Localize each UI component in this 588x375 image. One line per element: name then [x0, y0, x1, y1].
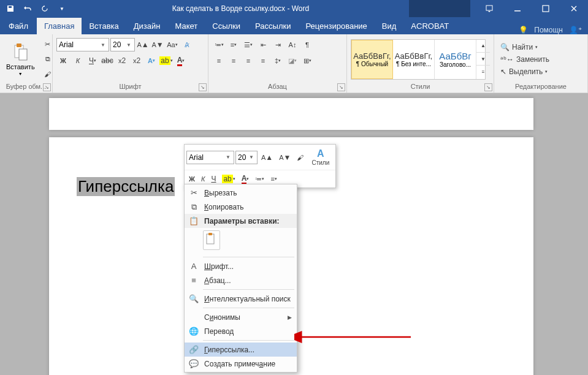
subscript-button[interactable]: x2	[115, 54, 129, 67]
undo-button[interactable]	[20, 1, 36, 16]
tab-insert[interactable]: Вставка	[82, 18, 126, 34]
strikethrough-button[interactable]: abc	[101, 54, 114, 67]
align-right-button[interactable]: ≡	[242, 54, 255, 67]
separator	[203, 257, 294, 257]
tell-me-input[interactable]: Помощн	[534, 26, 563, 34]
replace-icon: ᵃᵇ↔	[500, 55, 514, 64]
save-button[interactable]	[2, 1, 18, 16]
minimize-button[interactable]	[503, 0, 532, 17]
tab-design[interactable]: Дизайн	[126, 18, 168, 34]
style-scroll-down[interactable]: ▼	[476, 53, 490, 66]
ctx-paragraph[interactable]: ≡Абзац...	[185, 273, 297, 287]
maximize-button[interactable]	[532, 0, 560, 17]
grow-font-button[interactable]: A▲	[136, 38, 150, 51]
font-color-button[interactable]: A▾	[174, 54, 188, 67]
clipboard-dialog-launcher[interactable]: ↘	[43, 83, 51, 91]
svg-rect-0	[486, 6, 492, 10]
separator	[203, 308, 294, 308]
ctx-synonyms[interactable]: Синонимы▶	[185, 310, 297, 324]
mt-font-combo[interactable]: Arial▼	[186, 151, 234, 164]
replace-button[interactable]: ᵃᵇ↔Заменить	[498, 54, 552, 65]
mt-shrink-font[interactable]: A▼	[277, 151, 293, 164]
page-previous-bottom[interactable]	[49, 98, 533, 130]
ctx-new-comment[interactable]: 💬Создать примечание	[185, 357, 297, 371]
paste-button[interactable]: Вставить ▼	[4, 41, 37, 77]
style-no-spacing[interactable]: АаБбВвГг, ¶ Без инте...	[393, 40, 435, 79]
tab-layout[interactable]: Макет	[167, 18, 205, 34]
tab-home[interactable]: Главная	[37, 18, 82, 34]
window-title: Как сделать в Ворде ссылку.docx - Word	[72, 4, 409, 13]
tab-review[interactable]: Рецензирование	[298, 18, 374, 34]
ribbon: Вставить ▼ ✂ ⧉ 🖌 Буфер обм... ↘ Arial▼ 2…	[0, 34, 588, 93]
tell-me-icon: 💡	[519, 26, 528, 34]
styles-dialog-launcher[interactable]: ↘	[484, 83, 492, 91]
italic-button[interactable]: К	[71, 54, 85, 67]
line-spacing-button[interactable]: ‡▾	[271, 54, 284, 67]
shrink-font-button[interactable]: A▼	[151, 38, 164, 51]
paste-keep-source-button[interactable]	[203, 230, 220, 250]
qat-customize-button[interactable]: ▼	[54, 1, 70, 16]
mini-toolbar: Arial▼ 20▼ A▲ A▼ 🖌 AСтили Ж К Ч ab▾ A▾ ≔…	[184, 144, 336, 188]
shading-button[interactable]: ◪▾	[286, 54, 299, 67]
multilevel-button[interactable]: ☰▾	[242, 38, 255, 51]
ctx-font[interactable]: AШрифт...	[185, 259, 297, 273]
align-left-button[interactable]: ≡	[212, 54, 226, 67]
ctx-hyperlink[interactable]: 🔗Гиперссылка...	[185, 343, 297, 357]
tab-references[interactable]: Ссылки	[205, 18, 248, 34]
quick-access-toolbar: ▼	[0, 1, 72, 16]
paragraph-icon: ≡	[188, 275, 199, 286]
bold-button[interactable]: Ж	[56, 54, 70, 67]
show-marks-button[interactable]: ¶	[300, 38, 314, 51]
copy-icon: ⧉	[188, 202, 199, 213]
mt-format-painter[interactable]: 🖌	[294, 151, 306, 164]
style-expand[interactable]: ≡	[476, 66, 490, 78]
ctx-copy[interactable]: ⧉Копировать	[185, 200, 297, 214]
tab-view[interactable]: Вид	[375, 18, 404, 34]
sort-button[interactable]: A↕	[286, 38, 299, 51]
tab-file[interactable]: Файл	[0, 18, 37, 34]
justify-button[interactable]: ≡	[256, 54, 270, 67]
redo-button[interactable]	[37, 1, 53, 16]
style-scroll-up[interactable]: ▲	[476, 40, 490, 53]
group-paragraph: ≔▾ ≡▾ ☰▾ ⇤ ⇥ A↕ ¶ ≡ ≡ ≡ ≡ ‡▾ ◪▾ ⊞▾ Абзац…	[208, 34, 347, 93]
superscript-button[interactable]: x2	[130, 54, 143, 67]
bullets-button[interactable]: ≔▾	[212, 38, 226, 51]
find-button[interactable]: 🔍Найти▾	[498, 42, 552, 53]
ctx-translate[interactable]: 🌐Перевод	[185, 324, 297, 338]
style-heading1[interactable]: АаБбВг Заголово...	[435, 40, 476, 79]
font-size-combo[interactable]: 20▼	[110, 38, 135, 51]
text-effects-button[interactable]: A▾	[145, 54, 158, 67]
underline-button[interactable]: Ч▾	[86, 54, 99, 67]
close-button[interactable]	[560, 0, 588, 17]
mt-size-combo[interactable]: 20▼	[235, 151, 258, 164]
align-center-button[interactable]: ≡	[227, 54, 240, 67]
styles-gallery[interactable]: АаБбВвГг, ¶ Обычный АаБбВвГг, ¶ Без инте…	[351, 39, 486, 80]
select-button[interactable]: ↖Выделить▾	[498, 66, 552, 77]
group-label: Шрифт	[56, 83, 204, 93]
tab-acrobat[interactable]: ACROBAT	[403, 18, 456, 34]
paste-icon: 📋	[188, 216, 199, 227]
numbering-button[interactable]: ≡▾	[227, 38, 240, 51]
font-name-combo[interactable]: Arial▼	[56, 38, 109, 51]
mt-grow-font[interactable]: A▲	[259, 151, 275, 164]
paragraph-dialog-launcher[interactable]: ↘	[337, 83, 345, 91]
change-case-button[interactable]: Aa▾	[166, 38, 179, 51]
ctx-smart-lookup[interactable]: 🔍Интеллектуальный поиск	[185, 292, 297, 306]
style-normal[interactable]: АаБбВвГг, ¶ Обычный	[351, 40, 393, 79]
clear-formatting-button[interactable]: A̷	[180, 38, 194, 51]
font-dialog-launcher[interactable]: ↘	[199, 83, 207, 91]
group-label: Буфер обм...	[4, 83, 48, 93]
selected-text[interactable]: Гиперссылка	[77, 177, 175, 196]
ribbon-options-button[interactable]	[475, 0, 503, 17]
tab-mailings[interactable]: Рассылки	[248, 18, 298, 34]
increase-indent-button[interactable]: ⇥	[271, 38, 284, 51]
translate-icon: 🌐	[188, 326, 199, 337]
ctx-cut[interactable]: ✂Вырезать	[185, 186, 297, 200]
user-account-box[interactable]	[409, 0, 470, 17]
cut-icon: ✂	[188, 188, 199, 199]
decrease-indent-button[interactable]: ⇤	[256, 38, 270, 51]
borders-button[interactable]: ⊞▾	[300, 54, 314, 67]
mt-styles-button[interactable]: AСтили	[307, 146, 334, 168]
share-icon[interactable]: 👤⁺	[569, 26, 582, 34]
highlight-button[interactable]: ab▾	[159, 54, 173, 67]
